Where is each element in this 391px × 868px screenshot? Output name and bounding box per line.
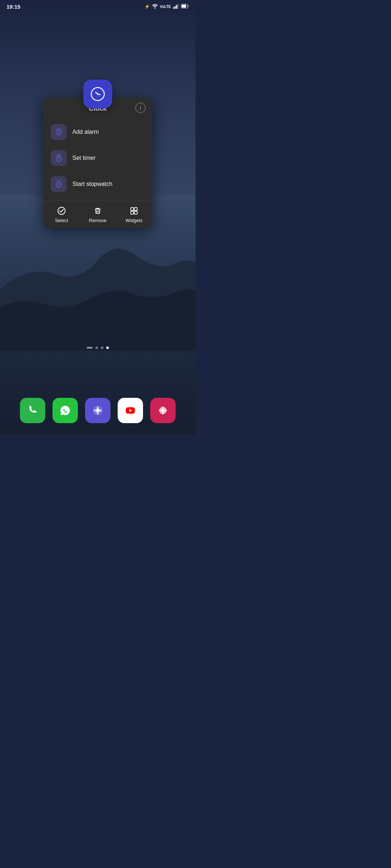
select-label: Select	[55, 218, 68, 223]
svg-point-28	[164, 412, 166, 414]
info-button[interactable]: i	[135, 103, 146, 113]
svg-point-26	[164, 408, 166, 410]
status-bar: 19:15 ⚡ VoLTE	[0, 0, 196, 13]
bluetooth-icon: ⚡	[144, 4, 150, 9]
svg-rect-6	[182, 5, 186, 8]
status-icons: ⚡ VoLTE	[144, 4, 189, 10]
svg-point-25	[160, 408, 162, 410]
status-time: 19:15	[7, 4, 20, 10]
dock-youtube-app[interactable]	[118, 398, 143, 423]
svg-rect-4	[177, 4, 178, 9]
set-timer-icon-bg	[51, 150, 67, 166]
add-alarm-label: Add alarm	[72, 129, 99, 135]
svg-rect-16	[134, 208, 137, 210]
page-dot-lines	[87, 347, 93, 349]
set-timer-label: Set timer	[72, 155, 96, 161]
svg-rect-17	[131, 211, 134, 214]
remove-action[interactable]: Remove	[80, 201, 116, 228]
timer-icon	[54, 154, 63, 162]
stopwatch-icon	[54, 180, 63, 188]
svg-rect-3	[176, 5, 177, 9]
signal-icon	[173, 4, 179, 10]
dock-phone-app[interactable]	[20, 398, 45, 423]
clock-app-icon[interactable]	[83, 80, 112, 109]
add-alarm-item[interactable]: Add alarm	[43, 119, 152, 145]
info-icon: i	[140, 105, 141, 111]
svg-point-29	[161, 409, 164, 412]
start-stopwatch-label: Start stopwatch	[72, 181, 112, 187]
dock	[0, 398, 196, 423]
youtube-icon	[123, 404, 137, 417]
start-stopwatch-item[interactable]: Start stopwatch	[43, 171, 152, 197]
select-action[interactable]: Select	[43, 201, 80, 228]
browser-icon	[91, 404, 105, 417]
menu-items: Add alarm Set timer	[43, 118, 152, 201]
widgets-icon	[129, 206, 139, 216]
battery-icon	[181, 4, 189, 9]
check-circle-icon	[57, 206, 66, 216]
page-dot-active	[106, 346, 109, 349]
dock-browser-app[interactable]	[85, 398, 110, 423]
wifi-icon	[152, 4, 158, 10]
page-dot-1	[96, 346, 98, 349]
trash-icon	[93, 206, 102, 216]
page-indicator	[87, 346, 109, 349]
alarm-icon	[54, 128, 63, 136]
svg-rect-2	[175, 6, 176, 9]
svg-point-13	[58, 184, 59, 186]
svg-point-20	[96, 409, 100, 412]
svg-rect-1	[173, 7, 174, 9]
menu-actions: Select Remove Widgets	[43, 201, 152, 228]
flower-icon	[156, 404, 170, 417]
svg-point-27	[160, 412, 162, 414]
dock-whatsapp-app[interactable]	[52, 398, 78, 423]
add-alarm-icon-bg	[51, 124, 67, 140]
svg-point-0	[154, 8, 155, 9]
set-timer-item[interactable]: Set timer	[43, 145, 152, 171]
svg-rect-15	[131, 208, 134, 210]
svg-rect-18	[134, 211, 137, 214]
context-menu: Clock i Add alarm	[43, 98, 152, 228]
whatsapp-icon	[58, 404, 72, 417]
svg-point-14	[58, 207, 65, 214]
page-dot-2	[101, 346, 104, 349]
widgets-label: Widgets	[126, 218, 143, 223]
dock-flower-app[interactable]	[150, 398, 176, 423]
start-stopwatch-icon-bg	[51, 176, 67, 192]
widgets-action[interactable]: Widgets	[116, 201, 152, 228]
remove-label: Remove	[89, 218, 106, 223]
phone-icon	[26, 404, 39, 417]
volte-icon: VoLTE	[160, 5, 171, 9]
svg-point-8	[97, 93, 98, 95]
